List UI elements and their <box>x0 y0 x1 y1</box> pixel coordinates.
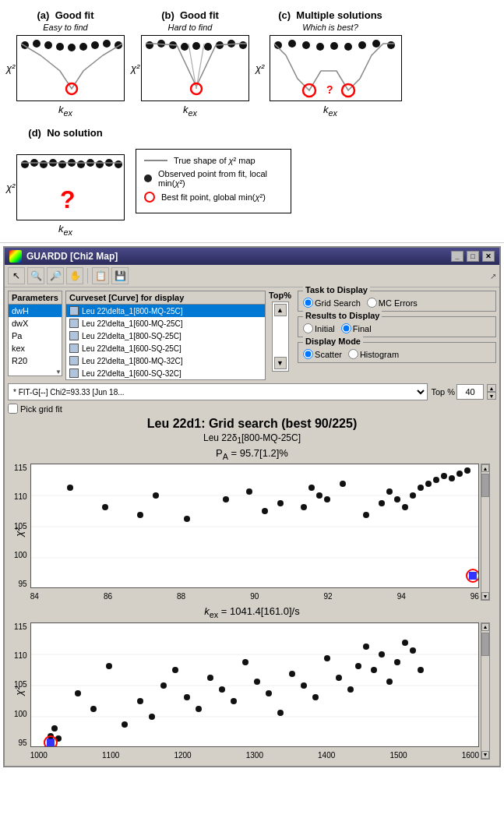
curve-color-4 <box>69 356 79 365</box>
task-mc-errors[interactable]: MC Errors <box>367 298 418 308</box>
task-grid-search-radio[interactable] <box>303 298 313 308</box>
plot1-container: Leu 22δ1[800-MQ-25C] PA = 95.7[1.2]% 115… <box>8 432 496 601</box>
curve-color-0 <box>69 306 79 316</box>
results-initial[interactable]: Initial <box>303 323 335 333</box>
plot1-y2: 100 <box>14 551 27 559</box>
curve-item-0[interactable]: Leu 22\delta_1[800-MQ-25C] <box>66 305 265 317</box>
mode-scatter-radio[interactable] <box>303 349 313 359</box>
svg-point-5 <box>79 43 87 51</box>
copy-button[interactable]: 📋 <box>92 267 109 284</box>
svg-point-15 <box>204 43 212 51</box>
diagram-panel-d: (d) No solution χ² <box>3 124 128 240</box>
legend-item-circle: Best fit point, global min(χ²) <box>144 192 283 203</box>
plot2-scroll-thumb[interactable] <box>481 633 489 656</box>
plot1-x2: 86 <box>104 592 112 601</box>
curve-label-2: Leu 22\delta_1[800-SQ-25C] <box>82 332 182 340</box>
titlebar-controls[interactable]: _ □ ✕ <box>451 251 495 262</box>
parameters-header: Parameters <box>9 291 62 305</box>
close-button[interactable]: ✕ <box>482 251 495 262</box>
top-pct-scroll-down[interactable]: ▼ <box>274 357 287 369</box>
results-final-radio[interactable] <box>341 323 351 333</box>
curve-item-5[interactable]: Leu 22\delta_1[600-SQ-32C] <box>66 367 265 379</box>
plot1-scroll-down[interactable]: ▼ <box>481 592 489 600</box>
plot2-svg <box>30 622 479 747</box>
legend-line-icon <box>144 160 167 161</box>
param-item-kex[interactable]: kex <box>9 342 62 354</box>
svg-point-103 <box>289 671 295 677</box>
svg-point-56 <box>184 516 190 522</box>
plot1-svg <box>30 464 479 588</box>
zoom-out-button[interactable]: 🔎 <box>47 267 64 284</box>
svg-point-42 <box>96 160 104 168</box>
plot1-x-labels: 84 86 88 90 92 94 96 <box>30 592 479 601</box>
svg-point-44 <box>115 160 122 168</box>
panel-a-plot <box>16 35 125 101</box>
param-item-R20[interactable]: R20 <box>9 354 62 367</box>
svg-point-62 <box>324 496 330 502</box>
param-item-Pa[interactable]: Pa <box>9 330 62 342</box>
plot2-scroll-down[interactable]: ▼ <box>481 751 489 759</box>
plot2-scroll-up[interactable]: ▲ <box>481 623 489 631</box>
plot1-scroll-up[interactable]: ▲ <box>481 464 489 472</box>
task-grid-search[interactable]: Grid Search <box>303 298 361 308</box>
results-final[interactable]: Final <box>341 323 372 333</box>
param-item-dwH[interactable]: dwH <box>9 305 62 317</box>
task-mc-errors-radio[interactable] <box>367 298 377 308</box>
svg-point-6 <box>91 41 99 49</box>
svg-point-97 <box>219 686 225 693</box>
pan-button[interactable]: ✋ <box>66 267 83 284</box>
svg-point-110 <box>363 643 369 650</box>
save-button[interactable]: 💾 <box>111 267 129 284</box>
param-item-dwX[interactable]: dwX <box>9 317 62 330</box>
plot1-scroll-thumb[interactable] <box>481 474 489 497</box>
svg-point-30 <box>387 41 395 49</box>
svg-point-93 <box>172 667 178 673</box>
plot2-y-labels: 115 110 105 100 95 <box>14 622 30 747</box>
diagram-panel-b: (b) Good fit Hard to find χ² <box>128 6 252 121</box>
legend-box: True shape of χ² map Observed point from… <box>136 149 291 213</box>
plot2-scrollbar[interactable]: ▲ ▼ <box>481 622 490 760</box>
results-initial-radio[interactable] <box>303 323 313 333</box>
panel-b-xaxis: kex <box>131 104 249 118</box>
top-pct-input-area: Top % <box>431 384 484 400</box>
plot1-x5: 92 <box>323 592 332 601</box>
top-pct-down-button[interactable]: ▼ <box>487 392 496 400</box>
panel-c-label: (c) Multiple solutions <box>256 9 405 21</box>
plot1-scrollbar[interactable]: ▲ ▼ <box>481 464 490 601</box>
task-display-group: Task to Display Grid Search MC Errors <box>298 291 496 312</box>
minimize-button[interactable]: _ <box>451 251 463 262</box>
fit-info-select[interactable]: * FIT-G[--] Chi2=93.33 [Jun 18... <box>8 383 428 400</box>
panel-c-title: Multiple solutions <box>296 9 382 21</box>
svg-point-104 <box>301 682 307 689</box>
mode-histogram[interactable]: Histogram <box>348 349 399 359</box>
mode-histogram-radio[interactable] <box>348 349 358 359</box>
mode-scatter[interactable]: Scatter <box>303 349 342 359</box>
curve-item-1[interactable]: Leu 22\delta_1[600-MQ-25C] <box>66 317 265 330</box>
legend-dot-icon <box>144 175 152 182</box>
parameters-panel: Parameters dwH dwX Pa kex R20 ▼ <box>8 291 62 376</box>
pick-grid-fit-checkbox[interactable] <box>8 404 18 414</box>
arrow-tool-button[interactable]: ↖ <box>8 267 25 284</box>
legend-area: True shape of χ² map Observed point from… <box>128 124 501 240</box>
zoom-in-button[interactable]: 🔍 <box>27 267 44 284</box>
plot2-y4: 110 <box>14 651 27 660</box>
svg-point-58 <box>246 488 252 495</box>
maximize-button[interactable]: □ <box>467 251 479 262</box>
svg-point-14 <box>192 42 200 50</box>
plot1-equation: PA = 95.7[1.2]% <box>8 447 496 461</box>
svg-point-89 <box>122 721 128 728</box>
plot1-y4: 110 <box>14 492 27 501</box>
svg-point-3 <box>56 43 64 51</box>
curve-item-4[interactable]: Leu 22\delta_1[800-MQ-32C] <box>66 354 265 367</box>
top-pct-input[interactable] <box>456 384 484 400</box>
curve-color-1 <box>69 319 79 328</box>
top-pct-up-button[interactable]: ▲ <box>487 384 496 392</box>
results-display-label: Results to Display <box>303 311 382 320</box>
curve-item-2[interactable]: Leu 22\delta_1[800-SQ-25C] <box>66 330 265 342</box>
svg-point-101 <box>266 690 272 696</box>
top-pct-scroll-up[interactable]: ▲ <box>274 304 287 316</box>
top-pct-scroll[interactable]: ▲ ▼ <box>272 301 289 372</box>
legend-circle-text: Best fit point, global min(χ²) <box>161 192 266 202</box>
panel-b-label: (b) Good fit <box>131 9 249 21</box>
curve-item-3[interactable]: Leu 22\delta_1[600-SQ-25C] <box>66 342 265 354</box>
